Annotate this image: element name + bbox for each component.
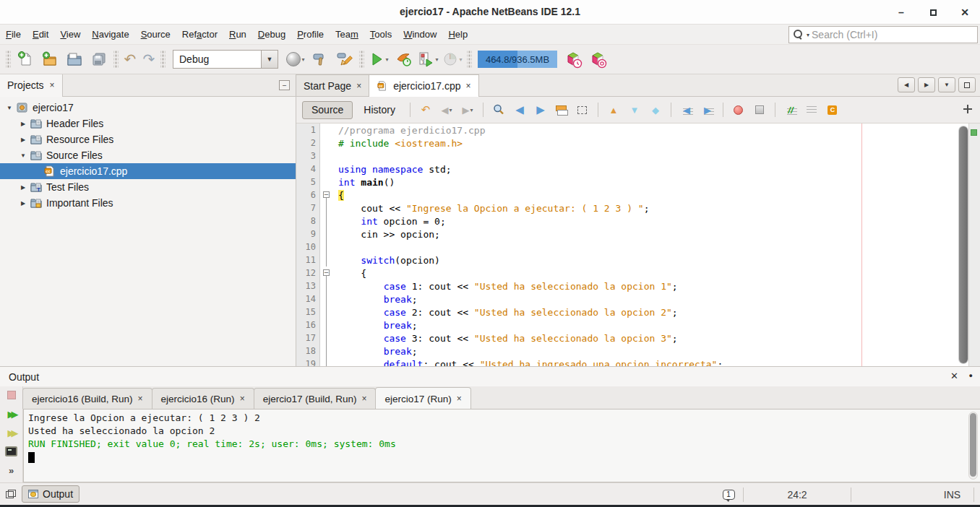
tree-item-source-files[interactable]: ▼Source Files xyxy=(0,147,296,163)
code-line-1[interactable]: 1//programa ejerdicio17.cpp xyxy=(296,124,955,136)
close-icon[interactable]: ✕ xyxy=(950,370,958,381)
code-line-10[interactable]: 10 xyxy=(296,240,955,254)
build-project-button[interactable] xyxy=(309,48,332,71)
toggle-bookmark-button[interactable]: ◆ xyxy=(646,100,665,119)
profile-gauge-button[interactable]: ▾ xyxy=(441,48,464,71)
scrollbar-thumb[interactable] xyxy=(959,126,968,363)
next-bookmark-button[interactable]: ▼ xyxy=(625,100,644,119)
code-line-18[interactable]: 18 break; xyxy=(296,344,955,358)
tree-item-header-files[interactable]: ▶Header Files xyxy=(0,116,296,131)
source-view-button[interactable]: Source xyxy=(302,101,353,119)
stop-macro-recording-button[interactable] xyxy=(750,100,769,119)
previous-occurrence-button[interactable]: ◀ xyxy=(510,100,529,119)
menu-help[interactable]: Help xyxy=(442,26,473,43)
code-line-3[interactable]: 3 xyxy=(296,150,955,162)
minimize-icon[interactable]: – xyxy=(893,4,909,20)
tab-list-button[interactable]: ▼ xyxy=(938,77,955,92)
restore-window-group-icon[interactable] xyxy=(6,490,16,498)
code-line-11[interactable]: 11 switch(opcion) xyxy=(296,254,955,266)
output-tab-ejercio17-run[interactable]: ejercio17 (Run)× xyxy=(375,387,470,410)
debug-project-button[interactable] xyxy=(392,48,415,71)
code-line-7[interactable]: 7 cout << "Ingrese la Opcion a ejecutar:… xyxy=(296,202,955,214)
code-line-4[interactable]: 4using namespace std; xyxy=(296,162,955,176)
forward-button[interactable]: ▶▾ xyxy=(458,100,477,119)
tree-collapsed-icon[interactable]: ▶ xyxy=(18,136,28,143)
menu-run[interactable]: Run xyxy=(223,26,252,43)
shift-right-button[interactable]: ▶ xyxy=(698,100,717,119)
comment-button[interactable]: // xyxy=(781,100,800,119)
new-project-button[interactable] xyxy=(38,48,61,71)
close-icon[interactable]: × xyxy=(138,394,143,404)
menu-profile[interactable]: Profile xyxy=(291,26,330,43)
more-actions-button[interactable]: » xyxy=(4,463,20,477)
configuration-dropdown-icon[interactable]: ▼ xyxy=(261,50,278,69)
code-line-9[interactable]: 9 cin >> opcion; xyxy=(296,228,955,240)
quick-search-box[interactable]: ▾ xyxy=(788,26,978,43)
scroll-tabs-right-button[interactable]: ▶ xyxy=(918,77,935,92)
close-icon[interactable]: ✕ xyxy=(957,4,973,20)
menu-view[interactable]: View xyxy=(54,26,86,43)
tree-item-ejercicio17-cpp[interactable]: ccejercicio17.cpp xyxy=(0,163,296,179)
new-file-button[interactable] xyxy=(14,48,37,71)
close-icon[interactable]: × xyxy=(466,81,471,91)
fold-collapse-icon[interactable]: – xyxy=(323,269,330,276)
close-icon[interactable]: × xyxy=(240,394,245,404)
rerun-with-args-button[interactable]: ▶▶ xyxy=(4,425,20,440)
code-line-6[interactable]: 6–{ xyxy=(296,188,955,202)
code-line-15[interactable]: 15 case 2: cout << "Usted ha seleccionad… xyxy=(296,306,955,318)
tree-expanded-icon[interactable]: ▼ xyxy=(4,105,14,111)
set-configuration-button[interactable]: ▾ xyxy=(284,48,307,71)
tree-expanded-icon[interactable]: ▼ xyxy=(18,152,28,159)
rerun-button[interactable]: ▶▶ xyxy=(4,407,20,421)
tab-projects[interactable]: Projects × xyxy=(0,74,63,97)
find-selection-button[interactable] xyxy=(489,100,508,119)
profile-project-button[interactable]: 3 ▾ xyxy=(416,48,439,71)
console[interactable]: Ingrese la Opcion a ejecutar: ( 1 2 3 ) … xyxy=(23,409,980,482)
scrollbar-thumb[interactable] xyxy=(970,413,976,477)
scroll-tabs-left-button[interactable]: ◀ xyxy=(898,77,915,92)
code-line-14[interactable]: 14 break; xyxy=(296,292,955,306)
run-project-button[interactable]: ▾ xyxy=(367,48,390,71)
editor-tab-ejercicio17-cpp[interactable]: ccejercicio17.cpp× xyxy=(369,74,478,97)
menu-file[interactable]: File xyxy=(0,26,27,43)
tree-item-important-files[interactable]: ▶Important Files xyxy=(0,195,296,211)
configuration-combobox[interactable]: Debug ▼ xyxy=(173,50,278,69)
maximize-dot-icon[interactable]: ● xyxy=(969,372,973,379)
close-icon[interactable]: × xyxy=(361,394,366,404)
redo-button[interactable]: ↷ xyxy=(140,48,158,71)
last-edit-location-button[interactable]: ↶ xyxy=(416,100,435,119)
previous-bookmark-button[interactable]: ▲ xyxy=(604,100,623,119)
maximize-icon[interactable] xyxy=(925,4,941,20)
menu-refactor[interactable]: Refactor xyxy=(176,26,223,43)
menu-tools[interactable]: Tools xyxy=(364,26,397,43)
menu-edit[interactable]: Edit xyxy=(27,26,54,43)
memory-indicator[interactable]: 464.8/936.5MB xyxy=(478,51,557,68)
code-line-2[interactable]: 2# include <iostream.h> xyxy=(296,136,955,150)
menu-source[interactable]: Source xyxy=(135,26,176,43)
back-button[interactable]: ◀▾ xyxy=(437,100,456,119)
minimize-panel-icon[interactable]: – xyxy=(279,80,290,90)
output-tab-ejercicio16-build-run[interactable]: ejercicio16 (Build, Run)× xyxy=(22,388,152,409)
fold-marker[interactable]: – xyxy=(320,188,332,202)
search-input[interactable] xyxy=(812,29,977,40)
code-line-12[interactable]: 12– { xyxy=(296,266,955,280)
start-macro-recording-button[interactable] xyxy=(729,100,748,119)
profile-telemetry-button[interactable] xyxy=(562,48,585,71)
output-window-toggle-button[interactable]: Output xyxy=(22,485,79,503)
fold-collapse-icon[interactable]: – xyxy=(323,191,330,198)
search-icon[interactable] xyxy=(792,29,807,40)
menu-debug[interactable]: Debug xyxy=(252,26,291,43)
code-line-17[interactable]: 17 case 3: cout << "Usted ha seleccionad… xyxy=(296,332,955,344)
clean-build-project-button[interactable] xyxy=(333,48,356,71)
menu-team[interactable]: Team xyxy=(330,26,364,43)
code-line-5[interactable]: 5int main() xyxy=(296,176,955,188)
next-occurrence-button[interactable]: ▶ xyxy=(531,100,550,119)
undo-button[interactable]: ↶ xyxy=(121,48,139,71)
tree-item-test-files[interactable]: ▶TTest Files xyxy=(0,179,296,195)
close-icon[interactable]: × xyxy=(50,80,55,90)
save-all-button[interactable] xyxy=(87,48,111,71)
maximize-editor-button[interactable] xyxy=(958,77,976,92)
code-area[interactable]: 1//programa ejerdicio17.cpp2# include <i… xyxy=(296,124,980,366)
editor-vertical-scrollbar[interactable] xyxy=(958,126,968,364)
tree-collapsed-icon[interactable]: ▶ xyxy=(18,200,28,207)
